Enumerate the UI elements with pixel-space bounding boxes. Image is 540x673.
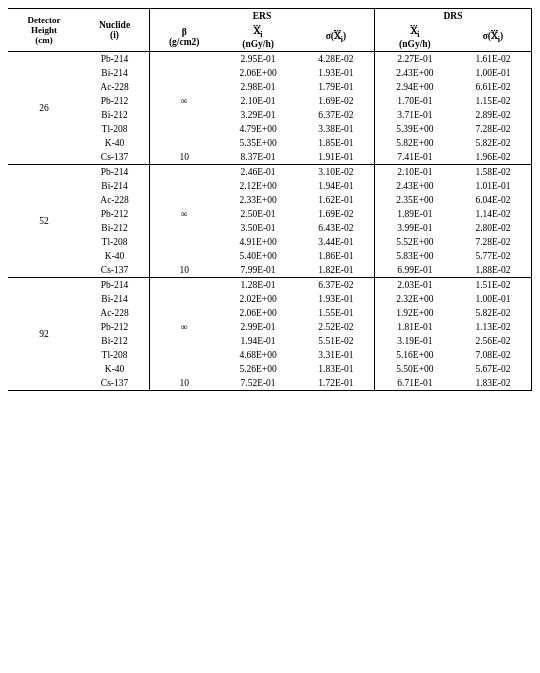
header-beta: β(g/cm2): [150, 23, 219, 51]
drs-xi-cell: 1.92E+00: [374, 306, 454, 320]
beta-cell: ∞: [150, 320, 219, 334]
header-drs-xi: Ẋi(nGy/h): [374, 23, 454, 51]
ers-xi-cell: 7.99E-01: [218, 263, 298, 278]
ers-sigma-cell: 6.37E-02: [298, 108, 375, 122]
ers-xi-cell: 2.95E-01: [218, 51, 298, 66]
height-cell: 92: [8, 277, 80, 390]
beta-cell: [150, 221, 219, 235]
beta-cell: [150, 193, 219, 207]
ers-xi-cell: 7.52E-01: [218, 376, 298, 391]
ers-xi-cell: 2.06E+00: [218, 66, 298, 80]
nuclide-cell: Cs-137: [80, 150, 150, 165]
ers-sigma-cell: 1.82E-01: [298, 263, 375, 278]
nuclide-cell: Cs-137: [80, 376, 150, 391]
drs-sigma-cell: 1.96E-02: [455, 150, 532, 165]
nuclide-cell: Tl-208: [80, 348, 150, 362]
beta-cell: [150, 164, 219, 179]
ers-xi-cell: 1.94E-01: [218, 334, 298, 348]
nuclide-cell: Bi-214: [80, 292, 150, 306]
drs-xi-cell: 2.27E-01: [374, 51, 454, 66]
drs-xi-cell: 5.50E+00: [374, 362, 454, 376]
beta-cell: [150, 277, 219, 292]
header-drs-group: DRS: [374, 9, 531, 24]
beta-cell: [150, 249, 219, 263]
header-drs-sigma: σ(Ẋi): [455, 23, 532, 51]
drs-sigma-cell: 1.14E-02: [455, 207, 532, 221]
ers-sigma-cell: 1.55E-01: [298, 306, 375, 320]
drs-sigma-cell: 5.67E-02: [455, 362, 532, 376]
nuclide-cell: K-40: [80, 249, 150, 263]
nuclide-cell: Tl-208: [80, 235, 150, 249]
drs-xi-cell: 6.99E-01: [374, 263, 454, 278]
drs-sigma-cell: 1.83E-02: [455, 376, 532, 391]
beta-cell: [150, 179, 219, 193]
drs-xi-cell: 5.52E+00: [374, 235, 454, 249]
header-ers-group: ERS: [150, 9, 375, 24]
drs-sigma-cell: 5.77E-02: [455, 249, 532, 263]
ers-sigma-cell: 6.37E-02: [298, 277, 375, 292]
ers-sigma-cell: 4.28E-02: [298, 51, 375, 66]
ers-sigma-cell: 1.85E-01: [298, 136, 375, 150]
ers-xi-cell: 4.79E+00: [218, 122, 298, 136]
drs-sigma-cell: 1.51E-02: [455, 277, 532, 292]
ers-xi-cell: 5.26E+00: [218, 362, 298, 376]
nuclide-cell: Pb-214: [80, 164, 150, 179]
drs-sigma-cell: 1.00E-01: [455, 66, 532, 80]
ers-sigma-cell: 1.69E-02: [298, 207, 375, 221]
ers-sigma-cell: 2.52E-02: [298, 320, 375, 334]
ers-xi-cell: 2.06E+00: [218, 306, 298, 320]
drs-sigma-cell: 1.61E-02: [455, 51, 532, 66]
drs-sigma-cell: 6.04E-02: [455, 193, 532, 207]
beta-cell: [150, 136, 219, 150]
ers-xi-cell: 2.98E-01: [218, 80, 298, 94]
drs-xi-cell: 1.70E-01: [374, 94, 454, 108]
ers-xi-cell: 3.29E-01: [218, 108, 298, 122]
beta-cell: [150, 66, 219, 80]
ers-xi-cell: 2.02E+00: [218, 292, 298, 306]
drs-sigma-cell: 5.82E-02: [455, 136, 532, 150]
drs-xi-cell: 2.94E+00: [374, 80, 454, 94]
nuclide-cell: Bi-212: [80, 221, 150, 235]
beta-cell: 10: [150, 150, 219, 165]
header-ers-xi: Ẋi(nGy/h): [218, 23, 298, 51]
beta-cell: [150, 51, 219, 66]
ers-sigma-cell: 1.69E-02: [298, 94, 375, 108]
drs-xi-cell: 2.43E+00: [374, 66, 454, 80]
header-nuclide: Nuclide(i): [80, 9, 150, 52]
nuclide-cell: Pb-212: [80, 207, 150, 221]
nuclide-cell: Ac-228: [80, 193, 150, 207]
drs-xi-cell: 5.82E+00: [374, 136, 454, 150]
data-table: DetectorHeight(cm) Nuclide(i) ERS DRS β(…: [8, 8, 532, 391]
beta-cell: [150, 306, 219, 320]
height-cell: 26: [8, 51, 80, 164]
drs-sigma-cell: 2.80E-02: [455, 221, 532, 235]
drs-sigma-cell: 1.01E-01: [455, 179, 532, 193]
drs-xi-cell: 5.83E+00: [374, 249, 454, 263]
beta-cell: ∞: [150, 94, 219, 108]
beta-cell: [150, 122, 219, 136]
ers-xi-cell: 2.99E-01: [218, 320, 298, 334]
beta-cell: [150, 334, 219, 348]
drs-sigma-cell: 2.89E-02: [455, 108, 532, 122]
ers-sigma-cell: 3.44E-01: [298, 235, 375, 249]
drs-xi-cell: 6.71E-01: [374, 376, 454, 391]
nuclide-cell: K-40: [80, 362, 150, 376]
header-ers-sigma: σ(Ẋi): [298, 23, 375, 51]
ers-sigma-cell: 1.79E-01: [298, 80, 375, 94]
ers-xi-cell: 2.46E-01: [218, 164, 298, 179]
drs-xi-cell: 3.71E-01: [374, 108, 454, 122]
drs-xi-cell: 2.32E+00: [374, 292, 454, 306]
drs-xi-cell: 3.99E-01: [374, 221, 454, 235]
nuclide-cell: Bi-212: [80, 108, 150, 122]
drs-sigma-cell: 1.00E-01: [455, 292, 532, 306]
nuclide-cell: Pb-214: [80, 51, 150, 66]
ers-xi-cell: 2.33E+00: [218, 193, 298, 207]
beta-cell: [150, 235, 219, 249]
drs-sigma-cell: 1.88E-02: [455, 263, 532, 278]
nuclide-cell: Tl-208: [80, 122, 150, 136]
nuclide-cell: Ac-228: [80, 80, 150, 94]
drs-sigma-cell: 5.82E-02: [455, 306, 532, 320]
drs-xi-cell: 7.41E-01: [374, 150, 454, 165]
beta-cell: [150, 362, 219, 376]
drs-xi-cell: 2.35E+00: [374, 193, 454, 207]
